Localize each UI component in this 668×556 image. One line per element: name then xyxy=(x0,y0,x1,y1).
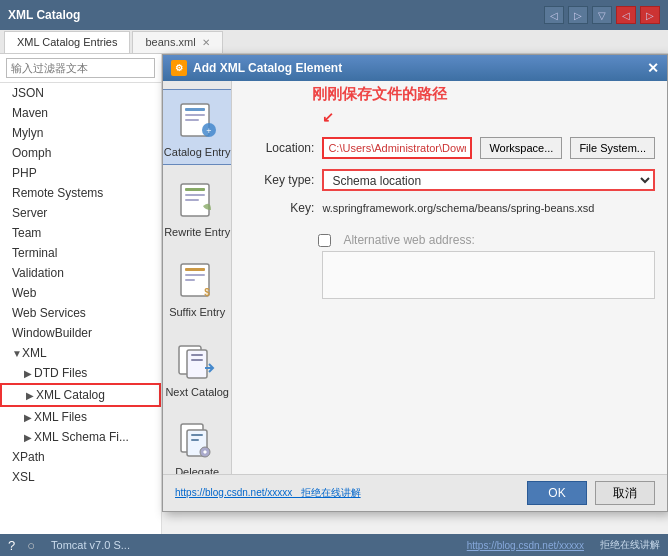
filesystem-button[interactable]: File System... xyxy=(570,137,655,159)
ok-button[interactable]: OK xyxy=(527,481,587,505)
nav-icon-3[interactable]: ▷ xyxy=(640,6,660,24)
svg-rect-2 xyxy=(185,114,205,116)
filter-input[interactable] xyxy=(6,58,155,78)
status-bar: ? ○ Tomcat v7.0 S... https://blog.csdn.n… xyxy=(0,534,668,556)
key-value-text: w.springframework.org/schema/beans/sprin… xyxy=(322,202,594,214)
nav-icon-2[interactable]: ◁ xyxy=(616,6,636,24)
icon-item-catalog-entry[interactable]: + Catalog Entry xyxy=(163,89,232,165)
sidebar-item-php[interactable]: PHP xyxy=(0,163,161,183)
tab-beans-label: beans.xml xyxy=(145,36,195,48)
help-icon[interactable]: ? xyxy=(8,538,15,553)
svg-rect-7 xyxy=(185,188,205,191)
sidebar-item-xsl[interactable]: XSL xyxy=(0,467,161,487)
dialog-footer: https://blog.csdn.net/xxxxx 拒绝在线讲解 OK 取消 xyxy=(163,474,667,511)
svg-rect-21 xyxy=(191,434,203,436)
sidebar-item-web-services[interactable]: Web Services xyxy=(0,303,161,323)
tab-close-icon[interactable]: ✕ xyxy=(202,37,210,48)
dropdown-icon[interactable]: ▽ xyxy=(592,6,612,24)
svg-text:$: $ xyxy=(204,287,210,298)
right-panel: ⚙ Add XML Catalog Element ✕ xyxy=(162,54,668,534)
sidebar-item-xpath[interactable]: XPath xyxy=(0,447,161,467)
sidebar-item-remote-systems[interactable]: Remote Systems xyxy=(0,183,161,203)
altaddr-label: Alternative web address: xyxy=(343,233,474,247)
location-row: Location: Workspace... File System... xyxy=(244,137,655,159)
form-panel: 刚刚保存文件的路径 ↙ Location: Workspace... File … xyxy=(232,81,667,474)
svg-rect-8 xyxy=(185,194,205,196)
sidebar: JSON Maven Mylyn Oomph PHP Remote System… xyxy=(0,54,162,534)
annotation-arrow: ↙ xyxy=(322,109,334,125)
sidebar-item-json[interactable]: JSON xyxy=(0,83,161,103)
sidebar-item-xml-files[interactable]: ▶ XML Files xyxy=(0,407,161,427)
footer-link[interactable]: https://blog.csdn.net/xxxxx 拒绝在线讲解 xyxy=(175,486,361,500)
top-bar: XML Catalog ◁ ▷ ▽ ◁ ▷ xyxy=(0,0,668,30)
dialog-icon: ⚙ xyxy=(171,60,187,76)
svg-rect-18 xyxy=(191,359,203,361)
keytype-label: Key type: xyxy=(244,173,314,187)
dialog-titlebar: ⚙ Add XML Catalog Element ✕ xyxy=(163,55,667,81)
delegate-catalog-label: Delegate Catalog xyxy=(163,466,232,474)
location-input[interactable] xyxy=(322,137,472,159)
dtd-expand-arrow: ▶ xyxy=(24,368,34,379)
sidebar-item-team[interactable]: Team xyxy=(0,223,161,243)
svg-rect-3 xyxy=(185,119,199,121)
forward-icon[interactable]: ▷ xyxy=(568,6,588,24)
cancel-button[interactable]: 取消 xyxy=(595,481,655,505)
icon-item-suffix-entry[interactable]: $ Suffix Entry xyxy=(163,249,232,325)
suffix-entry-label: Suffix Entry xyxy=(169,306,225,318)
sidebar-item-xml[interactable]: ▼ XML xyxy=(0,343,161,363)
catalog-entry-icon: + xyxy=(177,100,217,140)
sidebar-item-oomph[interactable]: Oomph xyxy=(0,143,161,163)
workspace-button[interactable]: Workspace... xyxy=(480,137,562,159)
svg-rect-17 xyxy=(191,354,203,356)
sidebar-item-dtd-files[interactable]: ▶ DTD Files xyxy=(0,363,161,383)
back-icon[interactable]: ◁ xyxy=(544,6,564,24)
squiggle-underline xyxy=(322,217,655,219)
sidebar-item-server[interactable]: Server xyxy=(0,203,161,223)
catalog-entry-label: Catalog Entry xyxy=(164,146,231,158)
tomcat-label: Tomcat v7.0 S... xyxy=(51,539,130,551)
filter-bar xyxy=(0,54,161,83)
circle-icon[interactable]: ○ xyxy=(27,538,35,553)
sidebar-item-mylyn[interactable]: Mylyn xyxy=(0,123,161,143)
svg-text:+: + xyxy=(207,126,212,136)
next-catalog-icon-box xyxy=(173,336,221,384)
next-catalog-label: Next Catalog xyxy=(165,386,229,398)
svg-rect-22 xyxy=(191,439,199,441)
tab-beans-xml[interactable]: beans.xml ✕ xyxy=(132,31,222,53)
xml-files-arrow: ▶ xyxy=(24,412,34,423)
sidebar-item-xml-schema[interactable]: ▶ XML Schema Fi... xyxy=(0,427,161,447)
keytype-select[interactable]: Schema location Namespace name Public ID… xyxy=(322,169,655,191)
svg-rect-9 xyxy=(185,199,199,201)
sidebar-item-web[interactable]: Web xyxy=(0,283,161,303)
svg-rect-12 xyxy=(185,274,205,276)
altaddr-input[interactable] xyxy=(322,251,655,299)
status-link[interactable]: https://blog.csdn.net/xxxxx xyxy=(467,540,584,551)
icon-item-delegate-catalog[interactable]: Delegate Catalog xyxy=(163,409,232,474)
rewrite-entry-icon-box xyxy=(173,176,221,224)
delegate-catalog-icon xyxy=(177,420,217,460)
sidebar-item-maven[interactable]: Maven xyxy=(0,103,161,123)
keytype-row: Key type: Schema location Namespace name… xyxy=(244,169,655,191)
sidebar-item-xml-catalog[interactable]: ▶ XML Catalog xyxy=(0,383,161,407)
icon-item-rewrite-entry[interactable]: Rewrite Entry xyxy=(163,169,232,245)
status-text: 拒绝在线讲解 xyxy=(600,538,660,552)
icon-item-next-catalog[interactable]: Next Catalog xyxy=(163,329,232,405)
svg-rect-1 xyxy=(185,108,205,111)
tab-bar: XML Catalog Entries beans.xml ✕ xyxy=(0,30,668,54)
top-bar-title: XML Catalog xyxy=(8,8,544,22)
suffix-entry-icon: $ xyxy=(177,260,217,300)
sidebar-item-validation[interactable]: Validation xyxy=(0,263,161,283)
suffix-entry-icon-box: $ xyxy=(173,256,221,304)
dialog-close-button[interactable]: ✕ xyxy=(647,60,659,76)
key-row: Key: w.springframework.org/schema/beans/… xyxy=(244,201,655,215)
xml-schema-arrow: ▶ xyxy=(24,432,34,443)
sidebar-item-terminal[interactable]: Terminal xyxy=(0,243,161,263)
tab-label: XML Catalog Entries xyxy=(17,36,117,48)
delegate-catalog-icon-box xyxy=(173,416,221,464)
tab-xml-catalog-entries[interactable]: XML Catalog Entries xyxy=(4,31,130,53)
altaddr-checkbox[interactable] xyxy=(318,234,331,247)
altaddr-row: Alternative web address: xyxy=(244,233,655,299)
sidebar-item-windowbuilder[interactable]: WindowBuilder xyxy=(0,323,161,343)
dialog-body: + Catalog Entry xyxy=(163,81,667,474)
annotation-text: 刚刚保存文件的路径 xyxy=(312,85,447,104)
